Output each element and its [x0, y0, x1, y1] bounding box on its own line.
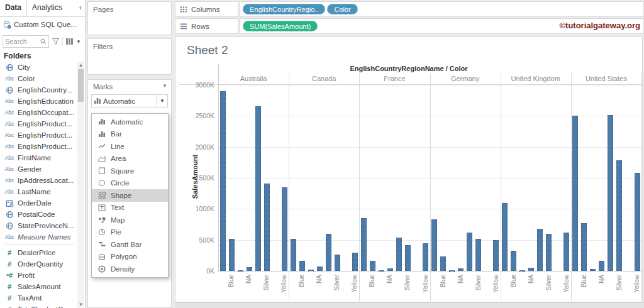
bar-france-black[interactable] — [361, 218, 367, 271]
bar-australia-multi[interactable] — [238, 270, 243, 272]
bar-germany-multi[interactable] — [449, 270, 455, 272]
filter-funnel-icon[interactable] — [52, 38, 60, 45]
datasource-item[interactable]: Custom SQL Que... — [0, 18, 85, 31]
bar-australia-na[interactable] — [247, 267, 252, 271]
country-header-canada[interactable]: Canada — [289, 75, 359, 82]
menu-item-polygon[interactable]: Polygon — [92, 251, 168, 263]
bar-united-kingdom-na[interactable] — [528, 268, 534, 271]
bar-germany-black[interactable] — [431, 219, 437, 271]
field-item-measure-names[interactable]: AbcMeasure Names — [0, 231, 77, 243]
menu-item-automatic[interactable]: Automatic — [92, 116, 168, 128]
field-item-totalproductc-[interactable]: #TotalProductC... — [0, 304, 77, 308]
bar-canada-silver[interactable] — [335, 255, 340, 271]
menu-item-pie[interactable]: Pie — [92, 226, 168, 239]
bar-germany-silver[interactable] — [475, 239, 481, 271]
scroll-down-icon[interactable]: ▼ — [77, 302, 84, 307]
field-list-scrollbar[interactable]: ▲ ▼ — [77, 62, 84, 308]
columns-shelf[interactable]: EnglishCountryRegio..Color — [240, 1, 644, 17]
field-item-orderquantity[interactable]: #OrderQuantity — [0, 258, 77, 270]
field-item-salesamount[interactable]: #SalesAmount — [0, 281, 77, 292]
country-header-united-kingdom[interactable]: United Kingdom — [501, 75, 571, 82]
field-item-taxamt[interactable]: #TaxAmt — [0, 292, 77, 304]
menu-item-map[interactable]: Map — [92, 214, 168, 226]
bar-united-states-blue[interactable] — [581, 223, 587, 271]
field-item-englishproduct-[interactable]: AbcEnglishProduct... — [0, 129, 77, 141]
rows-pill-sum-salesamount-[interactable]: SUM(SalesAmount) — [243, 21, 318, 31]
bar-france-blue[interactable] — [370, 261, 375, 271]
field-item-firstname[interactable]: AbcFirstName — [0, 152, 77, 163]
bar-germany-yellow[interactable] — [493, 240, 499, 271]
view-as-grid-icon[interactable] — [65, 38, 74, 45]
bar-australia-red[interactable] — [255, 106, 261, 272]
menu-item-line[interactable]: Line — [92, 140, 168, 153]
menu-item-area[interactable]: Area — [92, 153, 168, 165]
menu-item-bar[interactable]: Bar — [92, 128, 168, 141]
country-header-france[interactable]: France — [359, 75, 430, 82]
bar-canada-na[interactable] — [317, 267, 323, 271]
tab-data[interactable]: Data — [0, 0, 27, 16]
field-item-color[interactable]: AbcColor — [0, 73, 77, 84]
pages-shelf[interactable]: Pages — [87, 1, 172, 35]
bar-united-kingdom-black[interactable] — [502, 203, 508, 271]
country-header-germany[interactable]: Germany — [430, 75, 501, 82]
bar-united-kingdom-silver[interactable] — [546, 234, 552, 271]
field-item-ipaddresslocat-[interactable]: AbcIpAddressLocat... — [0, 175, 77, 186]
country-header-australia[interactable]: Australia — [218, 75, 289, 82]
field-item-englisheducation[interactable]: AbcEnglishEducation — [0, 96, 77, 107]
columns-pill-englishcountryregio-[interactable]: EnglishCountryRegio.. — [243, 4, 325, 14]
bar-australia-blue[interactable] — [229, 239, 235, 271]
collapse-pane-icon[interactable]: ‹ — [79, 0, 85, 16]
bar-canada-red[interactable] — [326, 234, 331, 271]
tab-analytics[interactable]: Analytics — [27, 0, 67, 16]
field-item-englishoccupat-[interactable]: AbcEnglishOccupat... — [0, 107, 77, 118]
bar-france-multi[interactable] — [379, 270, 384, 272]
bar-united-kingdom-multi[interactable] — [519, 270, 525, 272]
bar-france-red[interactable] — [396, 238, 402, 271]
field-item-stateprovincen-[interactable]: StateProvinceN... — [0, 220, 77, 231]
bar-united-kingdom-yellow[interactable] — [564, 233, 569, 271]
horizontal-scrollbar-track[interactable] — [175, 302, 644, 308]
dropdown-arrow-icon[interactable]: ▼ — [157, 95, 167, 107]
scrollbar-thumb[interactable] — [78, 69, 84, 102]
bar-united-states-multi[interactable] — [590, 269, 596, 271]
field-item-lastname[interactable]: AbcLastName — [0, 186, 77, 197]
menu-item-circle[interactable]: Circle — [92, 177, 168, 190]
menu-item-gantt-bar[interactable]: Gantt Bar — [92, 238, 168, 251]
bar-germany-red[interactable] — [467, 233, 472, 271]
bar-france-yellow[interactable] — [423, 243, 428, 271]
field-item-englishproduct-[interactable]: AbcEnglishProduct... — [0, 141, 77, 152]
mark-type-dropdown[interactable]: Automatic ▼ — [91, 94, 168, 107]
field-item-orderdate[interactable]: OrderDate — [0, 197, 77, 209]
marks-collapse-icon[interactable]: ▼ — [162, 83, 167, 91]
scroll-up-icon[interactable]: ▲ — [77, 62, 84, 68]
bar-united-states-na[interactable] — [599, 261, 604, 271]
field-item-englishproduct-[interactable]: AbcEnglishProduct... — [0, 118, 77, 129]
bar-united-kingdom-red[interactable] — [537, 229, 543, 271]
menu-item-shape[interactable]: Shape — [92, 189, 168, 202]
bar-canada-black[interactable] — [291, 239, 296, 271]
bar-france-silver[interactable] — [405, 245, 411, 271]
bar-france-na[interactable] — [387, 268, 393, 271]
field-item-postalcode[interactable]: PostalCode — [0, 209, 77, 220]
bar-australia-black[interactable] — [220, 91, 226, 271]
field-item-dealerprice[interactable]: #DealerPrice — [0, 247, 77, 258]
bar-united-states-silver[interactable] — [616, 160, 622, 271]
bar-canada-blue[interactable] — [299, 261, 305, 271]
bar-germany-blue[interactable] — [440, 256, 446, 271]
bar-australia-silver[interactable] — [264, 184, 270, 271]
bar-united-states-red[interactable] — [608, 115, 613, 271]
bar-united-states-black[interactable] — [572, 116, 578, 271]
bar-canada-yellow[interactable] — [352, 253, 358, 271]
field-item-city[interactable]: City — [0, 62, 77, 73]
view-as-caret-icon[interactable]: ▼ — [76, 39, 81, 45]
menu-item-square[interactable]: Square — [92, 165, 168, 177]
field-item-gender[interactable]: AbcGender — [0, 163, 77, 175]
bar-united-states-yellow[interactable] — [635, 173, 640, 271]
columns-pill-color[interactable]: Color — [327, 4, 357, 14]
bar-australia-yellow[interactable] — [282, 187, 287, 271]
field-item-profit[interactable]: =#Profit — [0, 270, 77, 281]
filters-shelf[interactable]: Filters — [87, 38, 172, 75]
field-item-englishcountry-[interactable]: EnglishCountry... — [0, 84, 77, 96]
menu-item-text[interactable]: Text — [92, 202, 168, 214]
bar-germany-na[interactable] — [458, 268, 464, 271]
